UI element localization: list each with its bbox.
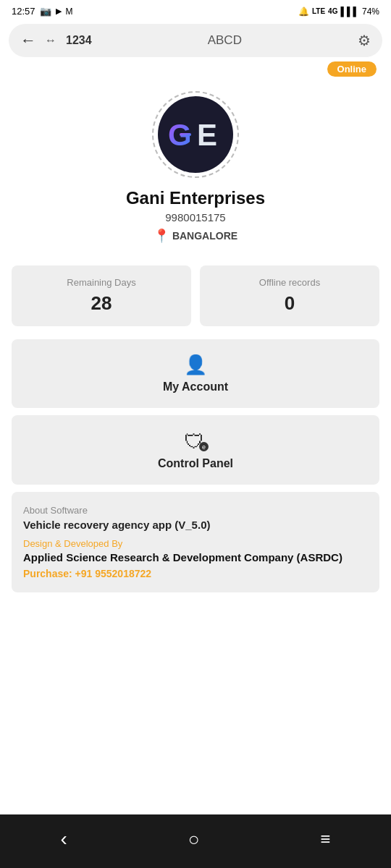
about-dev-label: Design & Developed By (23, 538, 368, 549)
my-account-button[interactable]: 👤 My Account (12, 339, 379, 408)
control-panel-label: Control Panel (158, 457, 233, 470)
bottom-home-button[interactable]: ○ (174, 825, 214, 854)
account-icon: 👤 (184, 354, 207, 376)
shield-badge-icon: e (199, 442, 209, 451)
svg-text:E: E (197, 118, 217, 152)
about-app-name: Vehicle recovery agency app (V_5.0) (23, 519, 368, 531)
stats-row: Remaining Days 28 Offline records 0 (0, 258, 391, 333)
remaining-days-card: Remaining Days 28 (12, 265, 191, 326)
offline-records-card: Offline records 0 (200, 265, 379, 326)
online-badge-container: Online (0, 61, 391, 77)
bottom-back-button[interactable]: ‹ (46, 825, 81, 854)
status-time: 12:57 (12, 6, 35, 17)
status-signal-lte: LTE (312, 7, 325, 15)
about-section: About Software Vehicle recovery agency a… (12, 492, 379, 592)
avatar-wrapper: G E (152, 91, 239, 178)
about-header: About Software (23, 505, 368, 516)
company-phone: 9980015175 (165, 211, 225, 224)
offline-records-label: Offline records (209, 277, 371, 288)
status-email-icon: M (66, 7, 73, 17)
online-badge: Online (327, 61, 377, 77)
location-pin-icon: 📍 (154, 228, 169, 244)
settings-icon[interactable]: ⚙ (358, 32, 371, 49)
about-dev-name: Applied Science Research & Development C… (23, 551, 368, 563)
status-video-icon: ▶ (56, 7, 62, 16)
status-camera-icon: 📷 (40, 6, 51, 17)
bottom-menu-button[interactable]: ≡ (306, 826, 345, 852)
back-button[interactable]: ← (20, 31, 36, 50)
company-location: 📍 BANGALORE (154, 228, 237, 244)
avatar: G E (158, 96, 233, 173)
forward-button[interactable]: ↔ (45, 34, 57, 47)
status-alarm-icon: 🔔 (298, 7, 309, 17)
remaining-days-label: Remaining Days (20, 277, 182, 288)
status-right: 🔔 LTE 4G ▌▌▌ 74% (298, 7, 379, 17)
status-bars-icon: ▌▌▌ (340, 7, 359, 17)
about-purchase[interactable]: Purchase: +91 9552018722 (23, 568, 368, 579)
company-name: Gani Enterprises (126, 188, 265, 208)
nav-bar: ← ↔ 1234 ABCD ⚙ (9, 24, 382, 57)
remaining-days-value: 28 (20, 292, 182, 315)
svg-rect-2 (180, 133, 191, 136)
my-account-label: My Account (163, 380, 228, 393)
nav-title: ABCD (101, 33, 349, 48)
menu-section: 👤 My Account 🛡 e Control Panel (0, 339, 391, 485)
profile-section: G E Gani Enterprises 9980015175 📍 BANGAL… (0, 84, 391, 258)
bottom-nav: ‹ ○ ≡ (0, 814, 391, 868)
offline-records-value: 0 (209, 292, 371, 315)
status-bar: 12:57 📷 ▶ M 🔔 LTE 4G ▌▌▌ 74% (0, 0, 391, 20)
status-left: 12:57 📷 ▶ M (12, 6, 73, 17)
status-battery: 74% (362, 7, 379, 17)
control-panel-icon-wrapper: 🛡 e (184, 430, 207, 453)
location-text: BANGALORE (172, 230, 237, 242)
nav-id: 1234 (66, 34, 92, 47)
status-signal-4g: 4G (328, 7, 337, 15)
control-panel-button[interactable]: 🛡 e Control Panel (12, 415, 379, 485)
